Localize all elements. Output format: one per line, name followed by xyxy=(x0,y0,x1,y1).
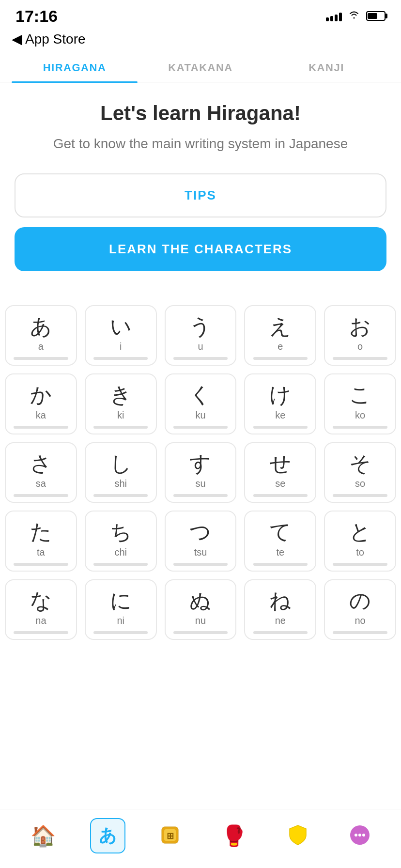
char-japanese: い xyxy=(110,315,132,338)
char-japanese: し xyxy=(110,452,132,475)
char-card-a[interactable]: あ a xyxy=(5,305,77,366)
char-progress-bar xyxy=(173,631,228,634)
back-bar: ◀ App Store xyxy=(0,29,401,53)
char-card-tsu[interactable]: つ tsu xyxy=(165,511,237,571)
tips-button[interactable]: TIPS xyxy=(15,173,386,217)
char-progress-bar xyxy=(14,563,68,566)
char-progress-bar xyxy=(14,357,68,360)
svg-point-5 xyxy=(358,834,361,837)
char-japanese: な xyxy=(30,589,52,612)
char-progress-bar xyxy=(253,494,308,497)
char-progress-bar xyxy=(173,426,228,429)
char-card-u[interactable]: う u xyxy=(165,305,237,366)
char-roman: te xyxy=(276,547,284,558)
char-roman: ko xyxy=(355,410,365,421)
char-japanese: の xyxy=(349,589,371,612)
char-japanese: そ xyxy=(349,452,371,475)
char-progress-bar xyxy=(253,357,308,360)
char-roman: u xyxy=(198,341,203,352)
char-progress-bar xyxy=(14,426,68,429)
char-roman: ku xyxy=(195,410,205,421)
wifi-icon xyxy=(348,10,360,22)
tab-hiragana[interactable]: HIRAGANA xyxy=(12,53,138,82)
back-arrow-icon[interactable]: ◀ xyxy=(12,31,22,47)
char-progress-bar xyxy=(14,631,68,634)
char-progress-bar xyxy=(173,357,228,360)
char-japanese: て xyxy=(269,520,291,543)
back-label[interactable]: App Store xyxy=(25,31,86,47)
char-progress-bar xyxy=(173,563,228,566)
learn-button[interactable]: LEARN THE CHARACTERS xyxy=(15,227,386,271)
char-card-e[interactable]: え e xyxy=(244,305,316,366)
char-card-no[interactable]: の no xyxy=(324,579,396,640)
char-card-ku[interactable]: く ku xyxy=(165,373,237,434)
bottom-bar: 🏠 あ ⊞ 🥊 xyxy=(0,809,401,868)
char-progress-bar xyxy=(93,426,148,429)
char-card-shi[interactable]: し shi xyxy=(85,442,157,503)
char-progress-bar xyxy=(253,426,308,429)
char-japanese: ち xyxy=(110,520,132,543)
char-progress-bar xyxy=(14,494,68,497)
char-japanese: と xyxy=(349,520,371,543)
char-progress-bar xyxy=(333,494,387,497)
bottom-tab-quest[interactable]: ⊞ xyxy=(153,820,187,852)
hero-title: Let's learn Hiragana! xyxy=(15,102,386,125)
svg-point-6 xyxy=(362,834,365,837)
char-japanese: た xyxy=(30,520,52,543)
char-progress-bar xyxy=(93,563,148,566)
char-card-i[interactable]: い i xyxy=(85,305,157,366)
bottom-tab-friends[interactable]: 🥊 xyxy=(215,819,253,852)
tab-kanji[interactable]: KANJI xyxy=(263,53,389,82)
char-card-to[interactable]: と to xyxy=(324,511,396,571)
hero-subtitle: Get to know the main writing system in J… xyxy=(15,134,386,154)
char-roman: i xyxy=(120,341,122,352)
char-card-so[interactable]: そ so xyxy=(324,442,396,503)
char-roman: ki xyxy=(117,410,124,421)
char-japanese: う xyxy=(189,315,211,338)
char-japanese: こ xyxy=(349,383,371,406)
char-roman: e xyxy=(278,341,283,352)
bottom-tab-letters[interactable]: あ xyxy=(90,818,125,853)
char-card-ta[interactable]: た ta xyxy=(5,511,77,571)
status-time: 17:16 xyxy=(15,7,58,26)
char-card-ni[interactable]: に ni xyxy=(85,579,157,640)
tab-katakana[interactable]: KATAKANA xyxy=(138,53,263,82)
bottom-tab-shield[interactable] xyxy=(281,820,315,852)
char-card-ne[interactable]: ね ne xyxy=(244,579,316,640)
char-progress-bar xyxy=(333,563,387,566)
char-japanese: く xyxy=(189,383,211,406)
char-japanese: お xyxy=(349,315,371,338)
char-roman: tsu xyxy=(194,547,207,558)
char-roman: so xyxy=(355,478,365,489)
char-card-ke[interactable]: け ke xyxy=(244,373,316,434)
char-japanese: え xyxy=(269,315,291,338)
char-progress-bar xyxy=(333,426,387,429)
char-card-chi[interactable]: ち chi xyxy=(85,511,157,571)
char-roman: a xyxy=(38,341,44,352)
char-japanese: け xyxy=(269,383,291,406)
bottom-tab-profile[interactable] xyxy=(342,820,377,852)
signal-icon xyxy=(326,11,342,21)
char-card-nu[interactable]: ぬ nu xyxy=(165,579,237,640)
svg-point-4 xyxy=(355,834,357,837)
bottom-tab-home[interactable]: 🏠 xyxy=(24,819,62,852)
char-roman: ke xyxy=(275,410,285,421)
char-card-su[interactable]: す su xyxy=(165,442,237,503)
char-card-na[interactable]: な na xyxy=(5,579,77,640)
char-card-se[interactable]: せ se xyxy=(244,442,316,503)
char-card-sa[interactable]: さ sa xyxy=(5,442,77,503)
char-progress-bar xyxy=(173,494,228,497)
char-card-te[interactable]: て te xyxy=(244,511,316,571)
char-card-ka[interactable]: か ka xyxy=(5,373,77,434)
char-progress-bar xyxy=(253,631,308,634)
char-card-ko[interactable]: こ ko xyxy=(324,373,396,434)
char-card-ki[interactable]: き ki xyxy=(85,373,157,434)
char-progress-bar xyxy=(93,631,148,634)
char-roman: ka xyxy=(36,410,46,421)
char-roman: sa xyxy=(36,478,46,489)
char-roman: chi xyxy=(114,547,127,558)
char-roman: ta xyxy=(37,547,45,558)
char-progress-bar xyxy=(333,631,387,634)
char-progress-bar xyxy=(93,494,148,497)
char-card-o[interactable]: お o xyxy=(324,305,396,366)
